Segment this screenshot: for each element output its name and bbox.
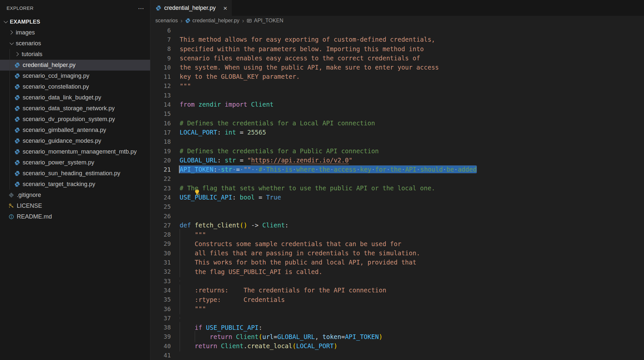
code-line-23[interactable]: 23# The flag that sets whether to use th…: [150, 183, 644, 193]
sidebar-item-scenario-momentum-management-mtb-py[interactable]: scenario_momentum_management_mtb.py: [0, 146, 150, 157]
sidebar-item-readme-md[interactable]: README.md: [0, 211, 150, 222]
code-token: ·=·: [232, 166, 243, 173]
line-content: Constructs some sample credentials that …: [180, 239, 401, 248]
line-number: 29: [150, 240, 171, 247]
sidebar-item-gitignore[interactable]: .gitignore: [0, 190, 150, 201]
code-line-18[interactable]: 18: [150, 137, 644, 146]
code-line-21[interactable]: 21API_TOKEN:·str·=·""··#·This·is·where·t…: [150, 165, 644, 174]
code-line-32[interactable]: 32 the flag USE_PUBLIC_API is called.: [150, 267, 644, 276]
indent-guide: [180, 340, 180, 351]
code-token: USE_PUBLIC_API: [206, 324, 258, 331]
code-line-28[interactable]: 28 """: [150, 230, 644, 239]
code-line-10[interactable]: 10the system. When using the public API,…: [150, 63, 644, 72]
chevron-right-icon: [14, 52, 19, 56]
more-actions-icon[interactable]: ⋯: [138, 5, 144, 11]
line-content: return Client(url=GLOBAL_URL, token=API_…: [180, 332, 383, 341]
code-line-30[interactable]: 30 all files that are passing in credent…: [150, 248, 644, 258]
code-line-7[interactable]: 7This method allows for easy exporting o…: [150, 35, 644, 44]
code-line-17[interactable]: 17LOCAL_PORT: int = 25565: [150, 128, 644, 137]
file-label: scenario_power_system.py: [23, 159, 94, 166]
code-token: https://api.zendir.io/v2.0: [251, 157, 348, 164]
code-line-29[interactable]: 29 Constructs some sample credentials th…: [150, 239, 644, 248]
breadcrumb-item-credential-helper-py[interactable]: credential_helper.py: [185, 18, 239, 24]
line-content: GLOBAL_URL: str = "https://api.zendir.io…: [180, 156, 352, 165]
sidebar-item-scenario-data-link-budget-py[interactable]: scenario_data_link_budget.py: [0, 92, 150, 103]
python-icon: [14, 62, 20, 68]
code-line-34[interactable]: 34 :returns: The credentials for the API…: [150, 286, 644, 295]
code-line-27[interactable]: 27def fetch_client() -> Client:: [150, 221, 644, 230]
code-token: bool: [240, 194, 255, 201]
breadcrumb-item-scenarios[interactable]: scenarios: [155, 18, 178, 24]
code-line-38[interactable]: 38 if USE_PUBLIC_API:: [150, 323, 644, 332]
code-line-41[interactable]: 41: [150, 350, 644, 360]
code-line-24[interactable]: 24USE_PUBLIC_API: bool = True: [150, 193, 644, 202]
sidebar-item-license[interactable]: LICENSE: [0, 201, 150, 211]
breadcrumb-label: scenarios: [155, 18, 178, 24]
tab-credential-helper[interactable]: credential_helper.py ×: [150, 0, 232, 16]
line-number: 23: [150, 185, 171, 192]
sidebar-item-examples[interactable]: EXAMPLES: [0, 16, 150, 27]
code-token: # Defines the credentials for a Public A…: [180, 147, 379, 155]
code-token: :: [285, 222, 288, 229]
code-line-26[interactable]: 26: [150, 211, 644, 221]
line-content: USE_PUBLIC_API: bool = True: [180, 193, 281, 202]
close-icon[interactable]: ×: [223, 5, 227, 11]
sidebar-item-scenario-data-storage-network-py[interactable]: scenario_data_storage_network.py: [0, 103, 150, 114]
code-line-40[interactable]: 40 return Client.create_local(LOCAL_PORT…: [150, 341, 644, 350]
line-number: 11: [150, 73, 171, 80]
code-line-14[interactable]: 14from zendir import Client: [150, 100, 644, 109]
sidebar-item-scenario-dv-propulsion-system-py[interactable]: scenario_dv_propulsion_system.py: [0, 114, 150, 125]
code-token: return: [195, 342, 217, 349]
code-line-37[interactable]: 37: [150, 313, 644, 323]
line-number: 32: [150, 268, 171, 275]
file-label: scenario_data_link_budget.py: [23, 94, 101, 101]
line-content: specified within the parameters below. I…: [180, 44, 424, 53]
code-token: import: [225, 101, 247, 108]
sidebar-item-scenario-constellation-py[interactable]: scenario_constellation.py: [0, 81, 150, 92]
code-token: True: [266, 194, 281, 201]
sidebar-item-images[interactable]: images: [0, 27, 150, 38]
file-label: scenarios: [16, 40, 41, 47]
code-line-19[interactable]: 19# Defines the credentials for a Public…: [150, 146, 644, 156]
sidebar-item-scenario-gimballed-antenna-py[interactable]: scenario_gimballed_antenna.py: [0, 125, 150, 136]
code-line-8[interactable]: 8specified within the parameters below. …: [150, 44, 644, 53]
code-line-11[interactable]: 11key to the GLOBAL_KEY parameter.: [150, 72, 644, 81]
code-line-25[interactable]: 25: [150, 202, 644, 211]
line-content: scenario files enables easy access to th…: [180, 53, 420, 63]
sidebar-item-scenario-target-tracking-py[interactable]: scenario_target_tracking.py: [0, 179, 150, 190]
code-line-35[interactable]: 35 :rtype: Credentials: [150, 295, 644, 304]
code-line-31[interactable]: 31 This works for both the public and lo…: [150, 258, 644, 267]
sidebar-item-scenario-sun-heading-estimation-py[interactable]: scenario_sun_heading_estimation.py: [0, 168, 150, 179]
python-icon: [14, 106, 20, 111]
code-token: url: [262, 333, 274, 340]
code-line-39[interactable]: 39 return Client(url=GLOBAL_URL, token=A…: [150, 332, 644, 341]
code-token: (: [258, 333, 262, 340]
sidebar-item-scenario-ccd-imaging-py[interactable]: scenario_ccd_imaging.py: [0, 71, 150, 81]
line-number: 14: [150, 101, 171, 108]
code-line-33[interactable]: 33: [150, 276, 644, 286]
code-line-12[interactable]: 12""": [150, 81, 644, 91]
sidebar-item-tutorials[interactable]: tutorials: [0, 49, 150, 60]
code-line-15[interactable]: 15: [150, 109, 644, 118]
sidebar-item-scenarios[interactable]: scenarios: [0, 38, 150, 49]
code-token: the system. When using the public API, m…: [180, 64, 439, 71]
file-label: scenario_data_storage_network.py: [23, 105, 115, 112]
sidebar-item-credential-helper-py[interactable]: credential_helper.py: [0, 60, 150, 71]
code-token: [221, 101, 225, 108]
code-token: Constructs some sample credentials that …: [180, 240, 401, 247]
breadcrumb-item-api-token[interactable]: API_TOKEN: [247, 18, 283, 24]
line-content: """: [180, 304, 206, 313]
code-line-36[interactable]: 36 """: [150, 304, 644, 313]
sidebar-item-scenario-power-system-py[interactable]: scenario_power_system.py: [0, 157, 150, 168]
code-line-6[interactable]: 6: [150, 26, 644, 35]
code-line-22[interactable]: 22: [150, 174, 644, 183]
code-token: =: [236, 157, 247, 164]
code-line-20[interactable]: 20GLOBAL_URL: str = "https://api.zendir.…: [150, 156, 644, 165]
text-cursor: [179, 165, 180, 173]
code-line-9[interactable]: 9scenario files enables easy access to t…: [150, 53, 644, 63]
code-line-16[interactable]: 16# Defines the credentials for a Local …: [150, 118, 644, 128]
code-editor[interactable]: 67This method allows for easy exporting …: [150, 26, 644, 360]
python-icon: [14, 181, 20, 187]
code-line-13[interactable]: 13: [150, 91, 644, 100]
sidebar-item-scenario-guidance-modes-py[interactable]: scenario_guidance_modes.py: [0, 136, 150, 146]
